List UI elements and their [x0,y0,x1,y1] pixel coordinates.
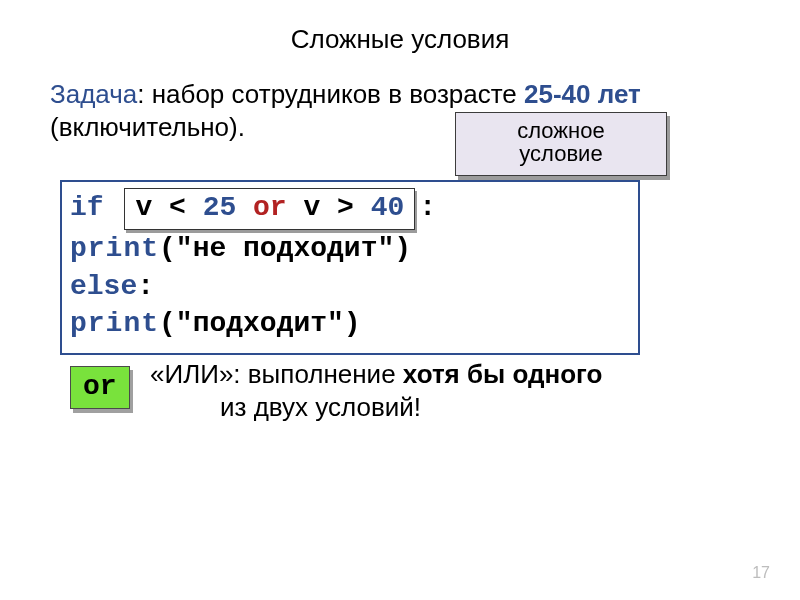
expl-bold: хотя бы одного [403,359,603,389]
cond-var-1: v [135,192,152,223]
code-line-print-2: print("подходит") [70,305,630,343]
expl-line-2: из двух условий! [150,391,750,424]
else-colon: : [137,271,154,302]
condition-box: v < 25 or v > 40 [124,188,415,230]
cond-num-40: 40 [371,192,405,223]
page-number: 17 [752,564,770,582]
task-label: Задача [50,79,137,109]
paren-open-1: ( [159,233,176,264]
str-not-fit: "не подходит" [176,233,394,264]
paren-close-2: ) [344,308,361,339]
slide: Сложные условия Задача: набор сотруднико… [0,0,800,600]
slide-title: Сложные условия [0,24,800,55]
cond-gt: > [320,192,370,223]
task-colon: : [137,79,151,109]
cond-or-kw: or [236,192,303,223]
callout-line-1: сложное [466,119,656,142]
or-explanation: «ИЛИ»: выполнение хотя бы одного из двух… [150,358,750,423]
callout-line-2: условие [466,142,656,165]
kw-else: else [70,271,137,302]
cond-lt: < [152,192,202,223]
or-badge: or [70,366,130,409]
task-body-1: набор сотрудников в возрасте [152,79,524,109]
code-line-if: if v < 25 or v > 40 : [70,188,630,230]
cond-var-2: v [303,192,320,223]
fn-print-1: print [70,233,159,264]
kw-if: if [70,192,104,223]
paren-open-2: ( [159,308,176,339]
task-age-range: 25-40 лет [524,79,641,109]
if-colon: : [419,192,436,223]
fn-print-2: print [70,308,159,339]
cond-num-25: 25 [203,192,237,223]
expl-part-1: «ИЛИ»: выполнение [150,359,403,389]
str-fit: "подходит" [176,308,344,339]
code-line-else: else: [70,268,630,306]
code-block: if v < 25 or v > 40 : print("не подходит… [60,180,640,355]
callout-compound-condition: сложное условие [455,112,667,176]
task-body-2: (включительно). [50,112,245,142]
code-line-print-1: print("не подходит") [70,230,630,268]
paren-close-1: ) [394,233,411,264]
